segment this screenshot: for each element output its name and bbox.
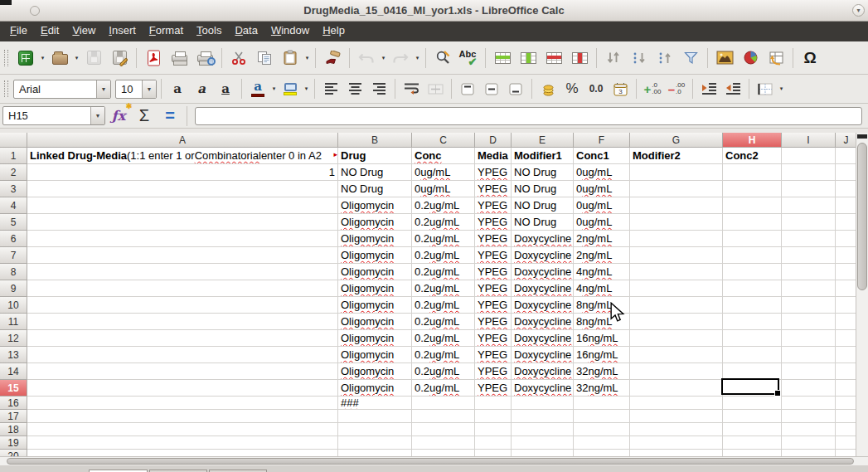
cell-G8[interactable]	[630, 264, 723, 280]
cell-J14[interactable]	[836, 363, 856, 380]
open-dropdown[interactable]: ▾	[73, 55, 80, 61]
cell-G13[interactable]	[630, 347, 723, 363]
cell-F10[interactable]: 8ng/mL	[574, 297, 630, 314]
formula-button[interactable]: =	[158, 104, 182, 129]
cell-G12[interactable]	[630, 330, 723, 347]
cell-A15[interactable]	[27, 380, 338, 397]
menu-format[interactable]: Format	[143, 22, 190, 41]
sort-button[interactable]	[601, 46, 626, 71]
cell-A20[interactable]	[27, 450, 338, 456]
align-center-button[interactable]	[343, 78, 366, 100]
row-header-5[interactable]: 5	[0, 214, 27, 231]
cell-J10[interactable]	[836, 297, 856, 314]
cell-F19[interactable]	[574, 436, 630, 450]
cell-B13[interactable]: Oligomycin	[338, 347, 412, 363]
cell-G9[interactable]	[630, 280, 723, 297]
cell-E3[interactable]: NO Drug	[512, 181, 574, 197]
cell-G20[interactable]	[630, 450, 723, 456]
cell-D15[interactable]: YPEG	[475, 380, 512, 397]
cell-C6[interactable]: 0.2ug/mL	[412, 231, 475, 247]
cell-D6[interactable]: YPEG	[475, 231, 512, 247]
cell-B3[interactable]: NO Drug	[338, 181, 412, 197]
redo-dropdown[interactable]: ▾	[414, 55, 421, 61]
font-name-dropdown[interactable]: ▼	[96, 80, 110, 98]
cell-J4[interactable]	[836, 197, 856, 214]
cell-G4[interactable]	[630, 197, 723, 214]
sum-button[interactable]: Σ	[132, 104, 157, 129]
col-header-B[interactable]: B	[338, 133, 412, 148]
cell-F5[interactable]: 0ug/mL	[574, 214, 630, 231]
cell-E16[interactable]	[512, 397, 574, 410]
cell-I20[interactable]	[782, 450, 836, 456]
cell-E12[interactable]: Doxycycline	[512, 330, 574, 347]
cell-D1[interactable]: Media	[475, 148, 512, 164]
center-vertically-button[interactable]	[480, 78, 503, 100]
cell-F6[interactable]: 2ng/mL	[574, 231, 630, 247]
cell-B16[interactable]: ###	[338, 397, 412, 410]
cell-J7[interactable]	[836, 247, 856, 264]
cell-C18[interactable]	[412, 423, 475, 436]
cell-F1[interactable]: Conc1	[574, 148, 630, 164]
cell-H20[interactable]	[723, 450, 782, 456]
export-pdf-button[interactable]	[141, 46, 166, 71]
borders-button[interactable]	[754, 78, 777, 100]
cell-E1[interactable]: Modifier1	[512, 148, 574, 164]
cell-I13[interactable]	[782, 347, 836, 363]
cell-B5[interactable]: Oligomycin	[338, 214, 412, 231]
cell-D12[interactable]: YPEG	[475, 330, 512, 347]
cell-J19[interactable]	[836, 436, 856, 450]
row-header-3[interactable]: 3	[0, 181, 27, 197]
cut-button[interactable]	[226, 46, 251, 71]
row-header-18[interactable]: 18	[0, 423, 27, 436]
cell-E19[interactable]	[512, 436, 574, 450]
cell-C1[interactable]: Conc	[412, 148, 475, 164]
cell-F18[interactable]	[574, 423, 630, 436]
cell-I8[interactable]	[782, 264, 836, 280]
row-header-1[interactable]: 1	[0, 148, 27, 164]
cell-B11[interactable]: Oligomycin	[338, 314, 412, 330]
cell-I3[interactable]	[782, 181, 836, 197]
row-header-2[interactable]: 2	[0, 164, 27, 181]
col-header-D[interactable]: D	[475, 133, 512, 148]
cell-A12[interactable]	[27, 330, 338, 347]
cell-E15[interactable]: Doxycycline	[512, 380, 574, 397]
cell-H11[interactable]	[723, 314, 782, 330]
cell-E10[interactable]: Doxycycline	[512, 297, 574, 314]
open-button[interactable]	[47, 46, 72, 71]
cell-D10[interactable]: YPEG	[475, 297, 512, 314]
cell-J9[interactable]	[836, 280, 856, 297]
align-top-button[interactable]	[456, 78, 479, 100]
cell-H7[interactable]	[723, 247, 782, 264]
row-header-15[interactable]: 15	[0, 380, 27, 397]
cell-A7[interactable]	[27, 247, 338, 264]
col-header-A[interactable]: A	[27, 133, 338, 148]
cell-H2[interactable]	[723, 164, 782, 181]
cell-A3[interactable]	[27, 181, 338, 197]
cell-E18[interactable]	[512, 423, 574, 436]
cell-A2[interactable]: 1	[27, 164, 338, 181]
cell-G6[interactable]	[630, 231, 723, 247]
cell-G14[interactable]	[630, 363, 723, 380]
cell-C20[interactable]	[412, 450, 475, 456]
cell-H19[interactable]	[723, 436, 782, 450]
cell-E2[interactable]: NO Drug	[512, 164, 574, 181]
cell-A9[interactable]	[27, 280, 338, 297]
cell-H9[interactable]	[723, 280, 782, 297]
row-header-14[interactable]: 14	[0, 363, 27, 380]
print-preview-button[interactable]	[192, 46, 217, 71]
cell-I1[interactable]	[782, 148, 836, 164]
sort-descending-button[interactable]	[652, 46, 677, 71]
row-header-19[interactable]: 19	[0, 436, 27, 450]
cell-J15[interactable]	[836, 380, 856, 397]
cell-D20[interactable]	[475, 450, 512, 456]
cell-H8[interactable]	[723, 264, 782, 280]
cell-J8[interactable]	[836, 264, 856, 280]
vertical-scrollbar-thumb[interactable]	[857, 143, 867, 290]
cell-G11[interactable]	[630, 314, 723, 330]
cell-G17[interactable]	[630, 410, 723, 423]
cell-B2[interactable]: NO Drug	[338, 164, 412, 181]
col-header-J[interactable]: J	[836, 133, 856, 148]
cell-C13[interactable]: 0.2ug/mL	[412, 347, 475, 363]
row-header-8[interactable]: 8	[0, 264, 27, 280]
insert-columns-button[interactable]	[516, 46, 541, 71]
